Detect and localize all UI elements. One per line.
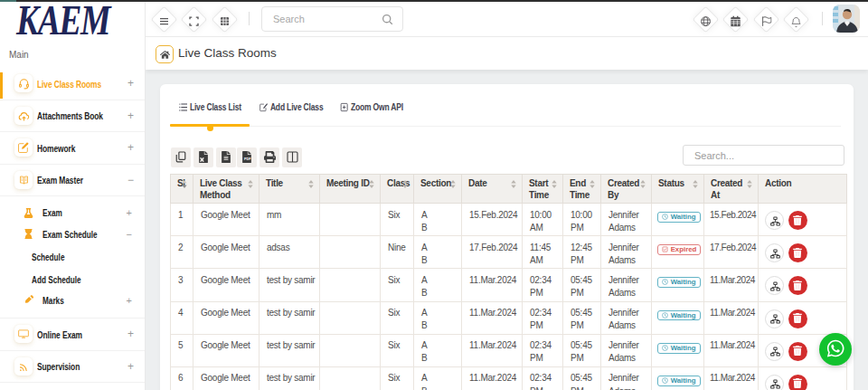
svg-text:PDF: PDF	[243, 157, 250, 161]
